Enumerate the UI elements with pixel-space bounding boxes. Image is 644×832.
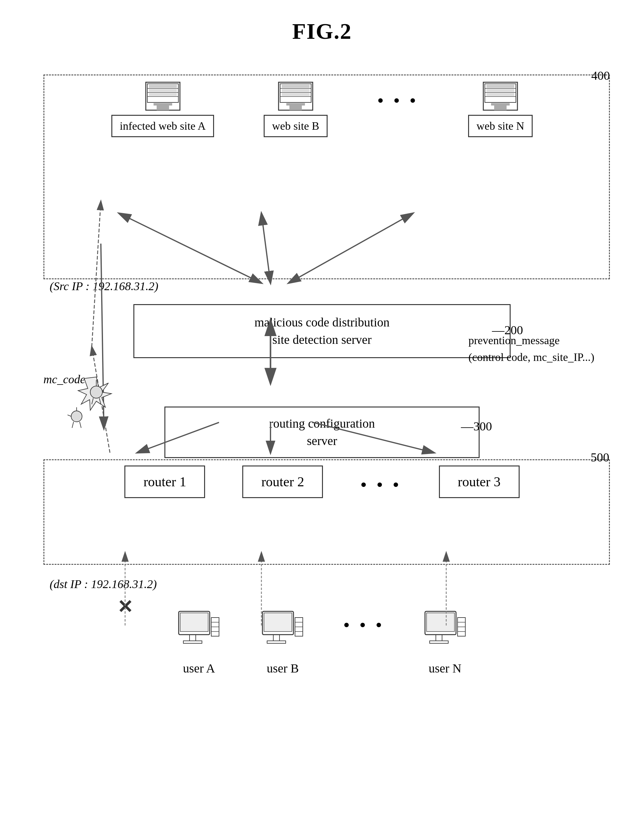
label-500: 500 bbox=[591, 450, 609, 464]
websites-dots: • • • bbox=[377, 90, 419, 111]
svg-rect-15 bbox=[282, 85, 310, 88]
monster-figure bbox=[68, 407, 82, 428]
router-1-box: router 1 bbox=[125, 466, 205, 498]
user-b-icon bbox=[259, 608, 306, 655]
server-icon-b bbox=[277, 81, 314, 112]
page-title: FIG.2 bbox=[0, 0, 644, 44]
prevention-message: prevention_message (control code, mc_sit… bbox=[468, 332, 594, 366]
user-n: user N bbox=[422, 608, 468, 675]
svg-point-76 bbox=[71, 411, 82, 422]
svg-rect-49 bbox=[430, 641, 448, 643]
svg-rect-31 bbox=[180, 613, 208, 632]
svg-rect-19 bbox=[289, 106, 302, 110]
routing-config-server-box: routing configuration server bbox=[165, 406, 479, 458]
svg-rect-40 bbox=[273, 635, 280, 641]
detection-server-line1: malicious code distribution bbox=[254, 315, 390, 329]
svg-rect-5 bbox=[149, 85, 177, 88]
svg-rect-28 bbox=[491, 103, 510, 106]
user-a-icon bbox=[176, 608, 222, 655]
users-area: user A user B • • • bbox=[25, 608, 619, 675]
svg-rect-17 bbox=[282, 93, 310, 96]
server-icon-a bbox=[144, 81, 182, 112]
svg-rect-8 bbox=[153, 103, 172, 106]
routers-area: router 1 router 2 • • • router 3 bbox=[25, 466, 619, 498]
detection-server-box: malicious code distribution site detecti… bbox=[133, 304, 511, 358]
svg-line-78 bbox=[80, 422, 81, 428]
svg-rect-32 bbox=[190, 635, 196, 641]
detection-server-line2: site detection server bbox=[272, 333, 372, 347]
router-2-box: router 2 bbox=[242, 466, 323, 498]
user-b: user B bbox=[259, 608, 306, 675]
website-n: web site N bbox=[468, 81, 533, 137]
websites-area: infected web site A web site B • • • bbox=[25, 81, 619, 137]
website-b: web site B bbox=[264, 81, 328, 137]
website-a: infected web site A bbox=[111, 81, 214, 137]
users-dots: • • • bbox=[343, 614, 384, 636]
user-n-icon bbox=[422, 608, 468, 655]
routers-dots: • • • bbox=[360, 474, 401, 496]
svg-line-65 bbox=[92, 347, 110, 453]
src-ip-label: (Src IP : 192.168.31.2) bbox=[50, 279, 158, 293]
svg-rect-26 bbox=[486, 89, 515, 92]
svg-rect-16 bbox=[282, 89, 310, 92]
svg-line-73 bbox=[92, 398, 93, 404]
svg-line-74 bbox=[99, 398, 101, 404]
website-b-label: web site B bbox=[264, 115, 328, 137]
svg-line-77 bbox=[72, 422, 74, 428]
svg-rect-48 bbox=[436, 635, 442, 641]
svg-rect-9 bbox=[157, 106, 169, 110]
rcs-line2: server bbox=[307, 434, 337, 448]
svg-rect-47 bbox=[427, 613, 454, 632]
svg-rect-33 bbox=[183, 641, 202, 643]
svg-rect-25 bbox=[486, 85, 515, 88]
prevention-msg-line1: prevention_message bbox=[468, 334, 559, 347]
svg-point-72 bbox=[90, 386, 102, 398]
mc-code-label: mc_code bbox=[43, 373, 85, 386]
website-a-label: infected web site A bbox=[111, 115, 214, 137]
prevention-msg-line2: (control code, mc_site_IP...) bbox=[468, 351, 594, 363]
dst-ip-label: (dst IP : 192.168.31.2) bbox=[50, 577, 157, 591]
rcs-line1: routing configuration bbox=[269, 416, 375, 430]
svg-rect-41 bbox=[267, 641, 286, 643]
svg-rect-7 bbox=[149, 93, 177, 96]
user-n-label: user N bbox=[429, 661, 462, 675]
label-300: —300 bbox=[461, 419, 492, 434]
svg-rect-18 bbox=[286, 103, 305, 106]
svg-rect-39 bbox=[264, 613, 292, 632]
website-n-label: web site N bbox=[468, 115, 533, 137]
svg-rect-29 bbox=[494, 106, 507, 110]
router-3-box: router 3 bbox=[439, 466, 519, 498]
svg-rect-27 bbox=[486, 93, 515, 96]
user-a-label: user A bbox=[183, 661, 215, 675]
svg-line-80 bbox=[68, 415, 71, 416]
svg-rect-6 bbox=[149, 89, 177, 92]
server-icon-n bbox=[482, 81, 519, 112]
user-b-label: user B bbox=[267, 661, 299, 675]
user-a: user A bbox=[176, 608, 222, 675]
